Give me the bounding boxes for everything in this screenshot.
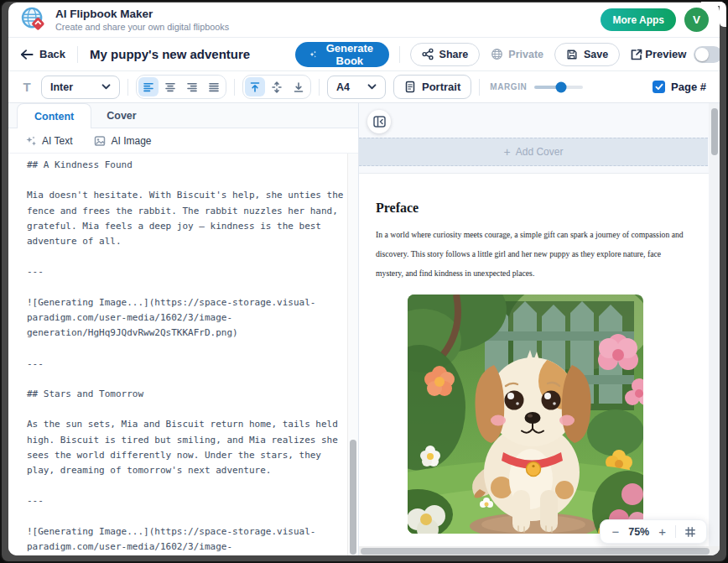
add-cover-button[interactable]: + Add Cover <box>359 138 708 166</box>
zoom-control: − 75% + <box>600 519 707 544</box>
save-icon <box>566 49 578 60</box>
share-button[interactable]: Share <box>410 43 481 66</box>
valign-bottom-button[interactable] <box>289 77 309 96</box>
font-select-value: Inter <box>50 81 73 93</box>
editor-tabs: Content Cover <box>8 103 358 128</box>
plus-icon: + <box>504 145 511 159</box>
app-logo-icon <box>21 7 47 33</box>
private-status[interactable]: Private <box>487 48 547 60</box>
fit-to-page-button[interactable] <box>684 526 697 538</box>
valign-bottom-icon <box>293 81 304 93</box>
collapse-panel-button[interactable] <box>367 110 391 133</box>
text-align-group <box>136 75 226 99</box>
ai-tools-row: AI Text AI Image <box>8 128 358 154</box>
tab-cover[interactable]: Cover <box>91 103 151 128</box>
chevron-down-icon <box>367 84 377 90</box>
align-right-button[interactable] <box>182 77 202 96</box>
app-window: AI Flipbook Maker Create and share your … <box>8 3 720 555</box>
preview-scrollbar-thumb[interactable] <box>711 108 718 155</box>
main-area: Content Cover AI Text AI Image ## A Kind… <box>8 103 720 555</box>
page-number-checkbox[interactable] <box>653 81 665 93</box>
editor-scrollbar-track[interactable] <box>347 154 358 555</box>
divider <box>127 79 128 96</box>
align-center-button[interactable] <box>160 77 180 96</box>
preview-control: Preview <box>645 46 720 63</box>
open-external-button[interactable] <box>628 46 645 63</box>
divider <box>77 46 78 63</box>
header-actions: More Apps V <box>601 8 709 32</box>
tab-content[interactable]: Content <box>17 103 91 128</box>
puppy-illustration[interactable] <box>408 295 643 534</box>
app-title: AI Flipbook Maker <box>55 8 229 21</box>
align-center-icon <box>164 81 176 93</box>
fit-frame-icon <box>684 526 696 538</box>
editor-scrollbar-thumb[interactable] <box>350 440 356 555</box>
preview-label: Preview <box>645 48 686 60</box>
zoom-out-button[interactable]: − <box>610 525 621 538</box>
toggle-knob <box>695 48 709 61</box>
editor-panel: Content Cover AI Text AI Image ## A Kind… <box>8 103 359 555</box>
preview-panel: + Add Cover Preface In a world where cur… <box>359 103 720 555</box>
slider-knob[interactable] <box>556 81 567 92</box>
share-icon <box>422 48 434 60</box>
preview-hscrollbar-track[interactable] <box>359 546 720 555</box>
valign-middle-button[interactable] <box>267 77 287 96</box>
add-cover-label: Add Cover <box>516 146 564 158</box>
check-icon <box>655 83 663 91</box>
page-number-option[interactable]: Page # <box>653 81 706 93</box>
external-link-icon <box>630 48 643 61</box>
valign-top-button[interactable] <box>245 77 265 96</box>
preview-page: Preface In a world where curiosity meets… <box>359 173 709 549</box>
markdown-editor[interactable]: ## A Kindness Found Mia doesn't hesitate… <box>8 154 358 555</box>
ai-image-label: AI Image <box>111 135 151 147</box>
back-arrow-icon <box>20 49 34 60</box>
preface-heading: Preface <box>359 201 709 216</box>
divider <box>234 79 235 96</box>
orientation-button[interactable]: Portrait <box>393 75 471 99</box>
globe-icon <box>491 48 503 60</box>
chevron-down-icon <box>101 84 111 90</box>
page-number-label: Page # <box>671 81 706 93</box>
preview-toggle[interactable] <box>694 46 720 63</box>
back-button[interactable]: Back <box>20 48 65 60</box>
more-apps-button[interactable]: More Apps <box>601 8 676 31</box>
align-right-icon <box>186 81 198 93</box>
preview-hscrollbar-thumb[interactable] <box>361 548 710 555</box>
zoom-level: 75% <box>628 526 649 538</box>
save-button[interactable]: Save <box>554 43 620 66</box>
margin-slider[interactable] <box>534 86 583 89</box>
align-left-button[interactable] <box>138 77 159 96</box>
puppy-illustration-svg <box>408 295 643 534</box>
generate-book-button[interactable]: Generate Book <box>295 42 388 67</box>
font-icon: T <box>20 80 34 94</box>
markdown-editor-text: ## A Kindness Found Mia doesn't hesitate… <box>8 154 358 555</box>
collapse-panel-icon <box>373 116 386 128</box>
page-size-select[interactable]: A4 <box>327 76 386 99</box>
valign-middle-icon <box>271 81 283 93</box>
app-subtitle: Create and share your own digital flipbo… <box>55 22 229 32</box>
valign-top-icon <box>249 81 261 93</box>
sparkles-icon <box>25 135 37 147</box>
document-toolbar: Back My puppy's new adventure Generate B… <box>8 38 720 71</box>
app-header: AI Flipbook Maker Create and share your … <box>8 3 720 38</box>
user-avatar[interactable]: V <box>684 8 709 32</box>
ai-image-button[interactable]: AI Image <box>94 135 151 147</box>
document-title[interactable]: My puppy's new adventure <box>90 47 250 61</box>
app-title-block: AI Flipbook Maker Create and share your … <box>55 8 229 33</box>
align-left-icon <box>143 81 154 93</box>
save-label: Save <box>584 49 608 60</box>
margin-label: MARGIN <box>490 82 527 91</box>
font-select[interactable]: Inter <box>41 76 120 99</box>
back-label: Back <box>39 48 65 60</box>
divider <box>675 525 676 538</box>
image-icon <box>94 135 106 147</box>
ai-text-label: AI Text <box>42 135 72 147</box>
divider <box>319 79 320 96</box>
page-size-value: A4 <box>336 81 350 93</box>
align-justify-button[interactable] <box>204 77 224 96</box>
preview-scrollbar-track[interactable] <box>709 103 720 546</box>
zoom-in-button[interactable]: + <box>657 525 668 538</box>
ai-text-button[interactable]: AI Text <box>25 135 72 147</box>
preface-paragraph: In a world where curiosity meets courage… <box>359 225 709 283</box>
magic-wand-icon <box>309 48 317 60</box>
